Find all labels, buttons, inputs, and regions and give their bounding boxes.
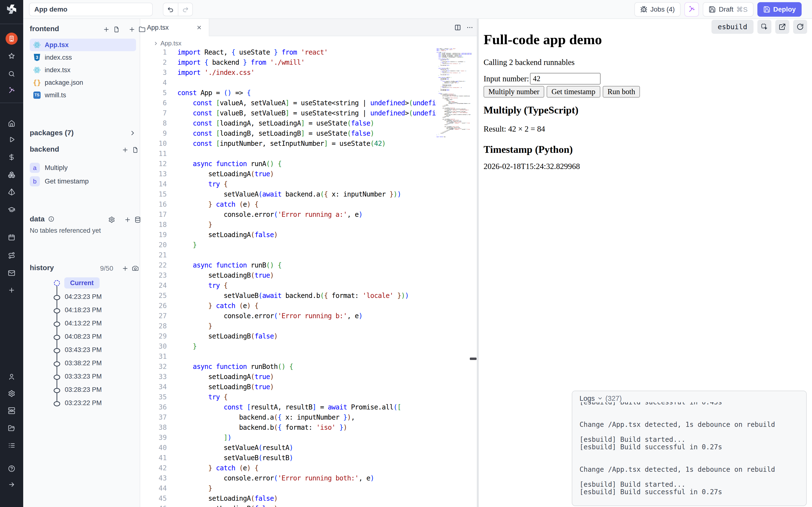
editor-more-icon[interactable] <box>466 24 473 31</box>
redo-button[interactable] <box>178 3 192 16</box>
add-plus-icon[interactable] <box>103 26 110 33</box>
history-section-actions <box>122 265 139 272</box>
audit-list-icon[interactable] <box>8 442 15 449</box>
new-file-icon[interactable] <box>132 147 139 153</box>
learn-graduation-cap-icon[interactable] <box>8 206 15 213</box>
settings-gear-icon[interactable] <box>8 390 15 397</box>
multiply-number-button[interactable]: Multiply number <box>484 86 544 98</box>
favorites-star-icon[interactable] <box>8 52 15 60</box>
code-lines[interactable]: 1import React, { useState } from 'react'… <box>140 47 477 507</box>
new-file-icon[interactable] <box>113 26 120 33</box>
triggers-pyramid-icon[interactable] <box>8 188 15 195</box>
react-icon <box>33 66 41 74</box>
history-node-icon <box>54 388 60 393</box>
history-current-item[interactable]: Current <box>64 277 100 288</box>
search-icon[interactable] <box>8 70 15 77</box>
schedules-calendar-icon[interactable] <box>8 234 15 241</box>
account-user-icon[interactable] <box>8 373 15 380</box>
backend-section-actions <box>122 147 139 153</box>
file-item-package-json[interactable]: {}package.json <box>30 76 136 89</box>
panel-divider-handle[interactable] <box>470 357 476 360</box>
undo-button[interactable] <box>163 3 178 16</box>
refresh-icon <box>797 23 804 31</box>
settings-gear-icon[interactable] <box>108 216 115 223</box>
history-node-icon <box>54 348 60 353</box>
building-icon <box>8 35 15 42</box>
history-entry[interactable]: 04:23:23 PM <box>65 293 102 300</box>
history-entry[interactable]: 03:23:22 PM <box>65 399 102 407</box>
expand-arrow-icon[interactable] <box>8 481 15 488</box>
rail-divider <box>0 103 23 103</box>
refresh-button[interactable] <box>793 20 807 34</box>
logs-count: (327) <box>605 394 622 402</box>
close-icon[interactable] <box>196 24 202 31</box>
deploy-button[interactable]: Deploy <box>757 2 802 17</box>
draft-button[interactable]: Draft ⌘S <box>703 2 753 17</box>
history-node-icon <box>54 308 60 314</box>
packages-section-title: packages (7) <box>30 129 74 137</box>
add-plus-icon[interactable] <box>124 216 131 223</box>
minimap[interactable]: import React, { useState } from 'react' … <box>437 48 472 143</box>
resources-boxes-icon[interactable] <box>8 171 15 178</box>
panel-divider[interactable] <box>477 19 479 507</box>
folders-icon[interactable] <box>8 425 15 432</box>
variables-dollar-icon[interactable] <box>8 154 15 161</box>
file-item-app-tsx[interactable]: App.tsx <box>30 39 136 51</box>
run-both-button[interactable]: Run both <box>603 86 640 98</box>
add-plus-icon[interactable] <box>129 26 135 33</box>
file-item-index-css[interactable]: 3index.css <box>30 51 136 64</box>
backend-section-title: backend <box>30 145 59 153</box>
add-plus-icon[interactable] <box>8 287 15 294</box>
ai-assistant-button[interactable] <box>684 2 699 17</box>
workspace-switcher-button[interactable] <box>6 33 18 45</box>
chevron-right-icon <box>153 41 158 46</box>
tab-app-tsx[interactable]: App.tsx <box>140 19 209 36</box>
history-entry[interactable]: 03:38:22 PM <box>65 359 102 367</box>
history-node-icon <box>54 361 60 367</box>
add-plus-icon[interactable] <box>122 147 129 153</box>
breadcrumb[interactable]: App.tsx <box>153 40 182 47</box>
home-icon[interactable] <box>8 120 15 127</box>
history-current-marker-icon <box>54 280 60 286</box>
windmill-logo-icon[interactable] <box>6 3 17 15</box>
history-entry[interactable]: 04:13:22 PM <box>65 320 102 327</box>
inbox-mail-icon[interactable] <box>8 270 15 277</box>
workers-server-cog-icon[interactable] <box>8 407 15 414</box>
ai-wand-icon[interactable] <box>8 87 15 94</box>
runnable-badge: a <box>30 163 40 173</box>
save-icon <box>709 6 716 13</box>
snapshot-camera-icon[interactable] <box>132 265 139 272</box>
history-count: 9/50 <box>100 265 113 272</box>
app-name-input[interactable] <box>29 3 153 16</box>
input-number-field[interactable] <box>530 73 601 84</box>
history-entry[interactable]: 03:43:23 PM <box>65 346 102 354</box>
history-entry[interactable]: 04:18:23 PM <box>65 306 102 314</box>
result-value: Result: 42 × 2 = 84 <box>484 125 545 133</box>
file-name: index.tsx <box>45 66 70 74</box>
jobs-button[interactable]: Jobs (4) <box>635 2 680 17</box>
editor-tab-strip: App.tsx <box>140 19 477 36</box>
database-icon[interactable] <box>134 216 141 223</box>
get-timestamp-button[interactable]: Get timestamp <box>547 86 600 98</box>
top-bar: Jobs (4) Draft ⌘S Deploy <box>23 0 812 19</box>
packages-expand-chevron-icon[interactable] <box>129 129 136 137</box>
info-icon <box>48 216 54 222</box>
file-item-wmill-ts[interactable]: TSwmill.ts <box>30 89 136 101</box>
flows-route-icon[interactable] <box>8 252 15 259</box>
new-folder-icon[interactable] <box>139 26 146 33</box>
open-external-button[interactable] <box>775 20 789 34</box>
backend-item-get-timestamp[interactable]: bGet timestamp <box>30 175 89 187</box>
chevron-down-icon[interactable] <box>597 395 603 401</box>
history-entry[interactable]: 03:28:23 PM <box>65 386 102 394</box>
bug-icon <box>640 6 648 13</box>
runs-play-icon[interactable] <box>8 136 15 143</box>
split-editor-icon[interactable] <box>454 24 461 31</box>
add-plus-icon[interactable] <box>122 265 129 272</box>
logs-output[interactable]: [esbuild] Build successful in 0.45s Chan… <box>579 398 804 506</box>
backend-item-multiply[interactable]: aMultiply <box>30 162 68 174</box>
help-icon[interactable] <box>8 465 15 472</box>
inspect-button[interactable] <box>757 20 771 34</box>
history-entry[interactable]: 04:08:23 PM <box>65 333 102 340</box>
file-item-index-tsx[interactable]: index.tsx <box>30 64 136 76</box>
history-entry[interactable]: 03:33:23 PM <box>65 373 102 380</box>
